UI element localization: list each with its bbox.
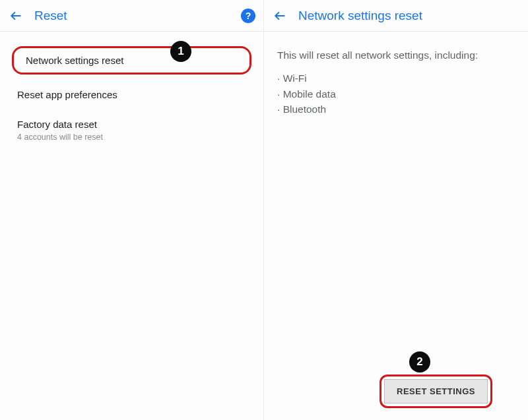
option-label: Factory data reset [17,119,246,130]
bullet-item: Wi-Fi [277,71,515,86]
annotation-highlight: RESET SETTINGS [380,375,492,408]
reset-options-list: Network settings reset Reset app prefere… [0,32,263,151]
reset-menu-pane: Reset ? Network settings reset Reset app… [0,0,264,420]
option-sublabel: 4 accounts will be reset [17,133,246,142]
back-arrow-icon[interactable] [8,8,24,24]
option-label: Reset app preferences [17,89,246,100]
annotation-badge-1: 1 [170,41,191,62]
reset-settings-button[interactable]: RESET SETTINGS [384,379,488,404]
description-text: This will reset all network settings, in… [277,47,515,63]
help-icon[interactable]: ? [241,9,255,23]
back-arrow-icon[interactable] [272,8,288,24]
network-reset-pane: Network settings reset This will reset a… [264,0,528,420]
option-network-settings-reset[interactable]: Network settings reset [12,46,251,75]
page-title-left: Reset [34,9,67,23]
bullet-item: Mobile data [277,86,515,102]
footer-button-area: RESET SETTINGS [380,375,492,408]
option-reset-app-preferences[interactable]: Reset app preferences [0,80,263,109]
option-label: Network settings reset [26,55,238,66]
appbar-right: Network settings reset [264,0,528,32]
page-title-right: Network settings reset [298,9,422,23]
reset-bullets: Wi-Fi Mobile data Bluetooth [277,71,515,117]
description-block: This will reset all network settings, in… [264,32,528,133]
option-factory-data-reset[interactable]: Factory data reset 4 accounts will be re… [0,109,263,151]
appbar-left: Reset ? [0,0,263,32]
bullet-item: Bluetooth [277,102,515,117]
annotation-badge-2: 2 [409,351,430,373]
